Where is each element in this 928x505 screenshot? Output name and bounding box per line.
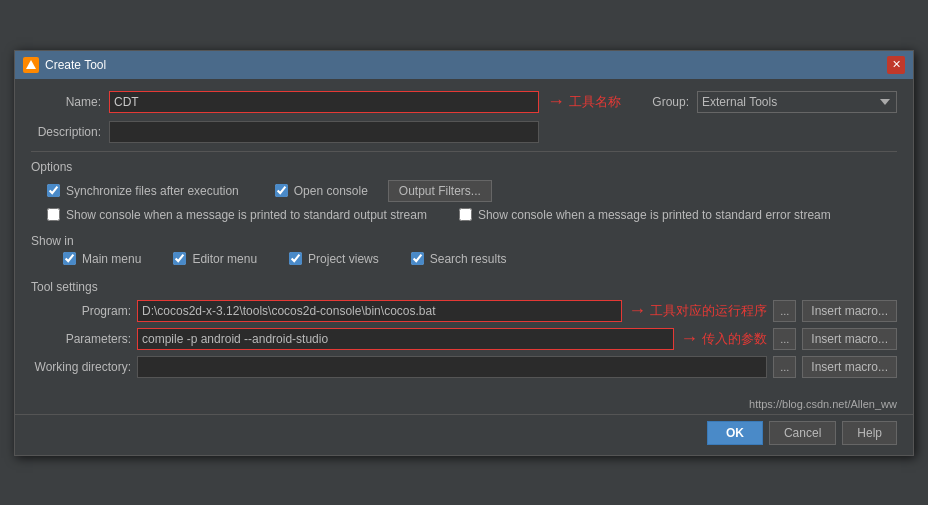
main-menu-label: Main menu <box>82 252 141 266</box>
main-menu-checkbox[interactable] <box>63 252 76 265</box>
workdir-input[interactable] <box>137 356 767 378</box>
program-arrow: → <box>628 300 646 321</box>
project-views-checkbox[interactable] <box>289 252 302 265</box>
options-row2: Show console when a message is printed t… <box>31 208 897 222</box>
desc-input[interactable] <box>109 121 539 143</box>
workdir-browse-button[interactable]: ... <box>773 356 796 378</box>
show-console-stdout-label: Show console when a message is printed t… <box>66 208 427 222</box>
show-console-stdout-checkbox[interactable] <box>47 208 60 221</box>
program-input[interactable] <box>137 300 622 322</box>
help-button[interactable]: Help <box>842 421 897 445</box>
open-console-checkbox[interactable] <box>275 184 288 197</box>
titlebar-text: Create Tool <box>45 58 106 72</box>
options-section: Options Synchronize files after executio… <box>31 151 897 222</box>
name-arrow: → <box>547 91 565 112</box>
desc-row: Description: <box>31 121 897 143</box>
titlebar-title: Create Tool <box>23 57 106 73</box>
params-insert-button[interactable]: Insert macro... <box>802 328 897 350</box>
workdir-label: Working directory: <box>31 360 131 374</box>
name-input[interactable] <box>109 91 539 113</box>
dialog-footer: OK Cancel Help <box>15 414 913 455</box>
editor-menu-row: Editor menu <box>173 252 257 266</box>
project-views-row: Project views <box>289 252 379 266</box>
show-console-stderr-checkbox[interactable] <box>459 208 472 221</box>
program-row: Program: → 工具对应的运行程序 ... Insert macro... <box>31 300 897 322</box>
output-filters-button[interactable]: Output Filters... <box>388 180 492 202</box>
show-in-label: Show in <box>31 234 74 248</box>
options-row1: Synchronize files after execution Open c… <box>31 180 897 202</box>
editor-menu-label: Editor menu <box>192 252 257 266</box>
open-console-row: Open console <box>275 184 368 198</box>
search-results-checkbox[interactable] <box>411 252 424 265</box>
group-label: Group: <box>652 95 689 109</box>
program-insert-button[interactable]: Insert macro... <box>802 300 897 322</box>
params-row: Parameters: → 传入的参数 ... Insert macro... <box>31 328 897 350</box>
workdir-row: Working directory: ... Insert macro... <box>31 356 897 378</box>
sync-files-row: Synchronize files after execution <box>47 184 239 198</box>
show-console-stdout-row: Show console when a message is printed t… <box>47 208 427 222</box>
params-label: Parameters: <box>31 332 131 346</box>
tool-settings-section: Tool settings Program: → 工具对应的运行程序 ... I… <box>31 280 897 384</box>
project-views-label: Project views <box>308 252 379 266</box>
titlebar: Create Tool ✕ <box>15 51 913 79</box>
name-label: Name: <box>31 95 101 109</box>
search-results-row: Search results <box>411 252 507 266</box>
options-section-label: Options <box>31 160 72 174</box>
sync-files-checkbox[interactable] <box>47 184 60 197</box>
svg-marker-0 <box>26 60 36 69</box>
workdir-insert-button[interactable]: Insert macro... <box>802 356 897 378</box>
search-results-label: Search results <box>430 252 507 266</box>
group-area: Group: External Tools <box>652 91 897 113</box>
show-console-stderr-label: Show console when a message is printed t… <box>478 208 831 222</box>
close-button[interactable]: ✕ <box>887 56 905 74</box>
params-input[interactable] <box>137 328 674 350</box>
show-in-row: Main menu Editor menu Project views Sear… <box>47 252 897 266</box>
cancel-button[interactable]: Cancel <box>769 421 836 445</box>
name-annotation: → 工具名称 <box>547 91 621 112</box>
group-dropdown[interactable]: External Tools <box>697 91 897 113</box>
params-annotation-text: 传入的参数 <box>702 330 767 348</box>
main-menu-row: Main menu <box>63 252 141 266</box>
titlebar-icon <box>23 57 39 73</box>
ok-button[interactable]: OK <box>707 421 763 445</box>
sync-files-label: Synchronize files after execution <box>66 184 239 198</box>
name-annotation-text: 工具名称 <box>569 93 621 111</box>
program-annotation-text: 工具对应的运行程序 <box>650 302 767 320</box>
dialog-body: Name: → 工具名称 Group: External Tools Descr… <box>15 79 913 396</box>
params-arrow: → <box>680 328 698 349</box>
watermark: https://blog.csdn.net/Allen_ww <box>15 396 913 414</box>
params-browse-button[interactable]: ... <box>773 328 796 350</box>
program-browse-button[interactable]: ... <box>773 300 796 322</box>
program-label: Program: <box>31 304 131 318</box>
open-console-label: Open console <box>294 184 368 198</box>
params-annotation: → 传入的参数 <box>680 328 767 349</box>
desc-label: Description: <box>31 125 101 139</box>
show-console-stderr-row: Show console when a message is printed t… <box>459 208 831 222</box>
create-tool-dialog: Create Tool ✕ Name: → 工具名称 Group: Extern… <box>14 50 914 456</box>
show-in-section: Show in Main menu Editor menu Project vi… <box>31 234 897 266</box>
program-annotation: → 工具对应的运行程序 <box>628 300 767 321</box>
editor-menu-checkbox[interactable] <box>173 252 186 265</box>
name-row: Name: → 工具名称 Group: External Tools <box>31 91 897 113</box>
tool-settings-label: Tool settings <box>31 280 98 294</box>
